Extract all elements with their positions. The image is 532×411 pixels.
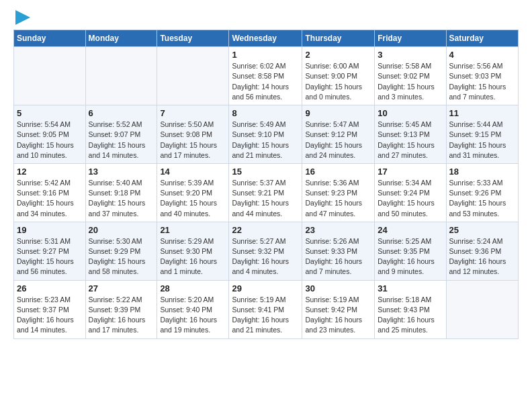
day-number: 2 (305, 50, 371, 60)
day-number: 29 (232, 283, 299, 293)
calendar-cell: 13Sunrise: 5:40 AMSunset: 9:18 PMDayligh… (85, 163, 157, 222)
calendar-cell: 12Sunrise: 5:42 AMSunset: 9:16 PMDayligh… (14, 163, 86, 222)
calendar-cell: 11Sunrise: 5:44 AMSunset: 9:15 PMDayligh… (446, 105, 518, 164)
day-info: Sunrise: 5:44 AMSunset: 9:15 PMDaylight:… (449, 120, 515, 161)
calendar-cell: 24Sunrise: 5:25 AMSunset: 9:35 PMDayligh… (375, 222, 446, 280)
svg-marker-0 (15, 10, 30, 25)
calendar-cell (85, 47, 157, 105)
calendar-cell: 15Sunrise: 5:37 AMSunset: 9:21 PMDayligh… (229, 163, 302, 222)
day-number: 30 (305, 283, 371, 293)
day-info: Sunrise: 5:47 AMSunset: 9:12 PMDaylight:… (305, 120, 371, 161)
calendar-cell: 7Sunrise: 5:50 AMSunset: 9:08 PMDaylight… (157, 105, 229, 164)
calendar-table: SundayMondayTuesdayWednesdayThursdayFrid… (13, 30, 519, 338)
day-info: Sunrise: 6:02 AMSunset: 8:58 PMDaylight:… (232, 61, 299, 102)
calendar-cell: 6Sunrise: 5:52 AMSunset: 9:07 PMDaylight… (85, 105, 157, 164)
logo-icon (15, 10, 30, 25)
day-number: 11 (449, 108, 515, 118)
calendar-cell: 29Sunrise: 5:19 AMSunset: 9:41 PMDayligh… (229, 280, 302, 338)
day-info: Sunrise: 5:34 AMSunset: 9:24 PMDaylight:… (378, 178, 443, 219)
day-info: Sunrise: 5:22 AMSunset: 9:39 PMDaylight:… (89, 295, 154, 336)
page: SundayMondayTuesdayWednesdayThursdayFrid… (0, 0, 532, 350)
column-header-friday: Friday (375, 30, 446, 47)
day-info: Sunrise: 5:29 AMSunset: 9:30 PMDaylight:… (160, 236, 226, 277)
day-number: 13 (89, 167, 154, 177)
calendar-week-row: 19Sunrise: 5:31 AMSunset: 9:27 PMDayligh… (14, 222, 519, 280)
calendar-cell: 18Sunrise: 5:33 AMSunset: 9:26 PMDayligh… (446, 163, 518, 222)
calendar-header-row: SundayMondayTuesdayWednesdayThursdayFrid… (14, 30, 519, 47)
day-number: 19 (17, 225, 83, 235)
calendar-cell (446, 280, 518, 338)
calendar-cell: 16Sunrise: 5:36 AMSunset: 9:23 PMDayligh… (302, 163, 375, 222)
day-number: 6 (89, 108, 154, 118)
day-info: Sunrise: 5:19 AMSunset: 9:41 PMDaylight:… (232, 295, 299, 336)
day-number: 25 (449, 225, 515, 235)
calendar-cell: 20Sunrise: 5:30 AMSunset: 9:29 PMDayligh… (85, 222, 157, 280)
day-number: 26 (17, 283, 83, 293)
day-number: 16 (305, 167, 371, 177)
day-info: Sunrise: 5:50 AMSunset: 9:08 PMDaylight:… (160, 120, 226, 161)
logo (13, 11, 30, 27)
column-header-wednesday: Wednesday (229, 30, 302, 47)
calendar-cell: 8Sunrise: 5:49 AMSunset: 9:10 PMDaylight… (229, 105, 302, 164)
calendar-cell: 9Sunrise: 5:47 AMSunset: 9:12 PMDaylight… (302, 105, 375, 164)
day-info: Sunrise: 5:54 AMSunset: 9:05 PMDaylight:… (17, 120, 83, 161)
day-number: 15 (232, 167, 299, 177)
calendar-cell: 28Sunrise: 5:20 AMSunset: 9:40 PMDayligh… (157, 280, 229, 338)
calendar-cell (14, 47, 86, 105)
day-number: 7 (160, 108, 226, 118)
day-number: 4 (449, 50, 515, 60)
day-number: 22 (232, 225, 299, 235)
day-number: 1 (232, 50, 299, 60)
column-header-tuesday: Tuesday (157, 30, 229, 47)
calendar-cell: 19Sunrise: 5:31 AMSunset: 9:27 PMDayligh… (14, 222, 86, 280)
day-info: Sunrise: 5:25 AMSunset: 9:35 PMDaylight:… (378, 236, 443, 277)
calendar-cell (157, 47, 229, 105)
calendar-week-row: 5Sunrise: 5:54 AMSunset: 9:05 PMDaylight… (14, 105, 519, 164)
day-number: 9 (305, 108, 371, 118)
day-info: Sunrise: 5:37 AMSunset: 9:21 PMDaylight:… (232, 178, 299, 219)
day-number: 12 (17, 167, 83, 177)
day-number: 21 (160, 225, 226, 235)
day-info: Sunrise: 5:45 AMSunset: 9:13 PMDaylight:… (378, 120, 443, 161)
column-header-monday: Monday (85, 30, 157, 47)
header (13, 11, 519, 27)
day-info: Sunrise: 5:27 AMSunset: 9:32 PMDaylight:… (232, 236, 299, 277)
calendar-cell: 27Sunrise: 5:22 AMSunset: 9:39 PMDayligh… (85, 280, 157, 338)
day-info: Sunrise: 5:56 AMSunset: 9:03 PMDaylight:… (449, 61, 515, 102)
day-number: 14 (160, 167, 226, 177)
calendar-cell: 10Sunrise: 5:45 AMSunset: 9:13 PMDayligh… (375, 105, 446, 164)
day-number: 20 (89, 225, 154, 235)
day-info: Sunrise: 5:40 AMSunset: 9:18 PMDaylight:… (89, 178, 154, 219)
calendar-week-row: 12Sunrise: 5:42 AMSunset: 9:16 PMDayligh… (14, 163, 519, 222)
calendar-cell: 21Sunrise: 5:29 AMSunset: 9:30 PMDayligh… (157, 222, 229, 280)
day-info: Sunrise: 5:33 AMSunset: 9:26 PMDaylight:… (449, 178, 515, 219)
day-info: Sunrise: 5:52 AMSunset: 9:07 PMDaylight:… (89, 120, 154, 161)
calendar-cell: 2Sunrise: 6:00 AMSunset: 9:00 PMDaylight… (302, 47, 375, 105)
day-number: 24 (378, 225, 443, 235)
day-info: Sunrise: 5:39 AMSunset: 9:20 PMDaylight:… (160, 178, 226, 219)
calendar-cell: 31Sunrise: 5:18 AMSunset: 9:43 PMDayligh… (375, 280, 446, 338)
column-header-sunday: Sunday (14, 30, 86, 47)
calendar-cell: 1Sunrise: 6:02 AMSunset: 8:58 PMDaylight… (229, 47, 302, 105)
day-number: 31 (378, 283, 443, 293)
day-number: 18 (449, 167, 515, 177)
day-info: Sunrise: 5:42 AMSunset: 9:16 PMDaylight:… (17, 178, 83, 219)
day-info: Sunrise: 5:36 AMSunset: 9:23 PMDaylight:… (305, 178, 371, 219)
day-number: 28 (160, 283, 226, 293)
day-number: 8 (232, 108, 299, 118)
calendar-cell: 5Sunrise: 5:54 AMSunset: 9:05 PMDaylight… (14, 105, 86, 164)
day-number: 27 (89, 283, 154, 293)
day-info: Sunrise: 5:23 AMSunset: 9:37 PMDaylight:… (17, 295, 83, 336)
day-info: Sunrise: 5:31 AMSunset: 9:27 PMDaylight:… (17, 236, 83, 277)
calendar-week-row: 1Sunrise: 6:02 AMSunset: 8:58 PMDaylight… (14, 47, 519, 105)
calendar-cell: 22Sunrise: 5:27 AMSunset: 9:32 PMDayligh… (229, 222, 302, 280)
day-number: 17 (378, 167, 443, 177)
day-info: Sunrise: 5:20 AMSunset: 9:40 PMDaylight:… (160, 295, 226, 336)
day-info: Sunrise: 5:49 AMSunset: 9:10 PMDaylight:… (232, 120, 299, 161)
calendar-cell: 25Sunrise: 5:24 AMSunset: 9:36 PMDayligh… (446, 222, 518, 280)
calendar-cell: 14Sunrise: 5:39 AMSunset: 9:20 PMDayligh… (157, 163, 229, 222)
calendar-cell: 26Sunrise: 5:23 AMSunset: 9:37 PMDayligh… (14, 280, 86, 338)
day-info: Sunrise: 5:19 AMSunset: 9:42 PMDaylight:… (305, 295, 371, 336)
day-number: 23 (305, 225, 371, 235)
calendar-cell: 4Sunrise: 5:56 AMSunset: 9:03 PMDaylight… (446, 47, 518, 105)
